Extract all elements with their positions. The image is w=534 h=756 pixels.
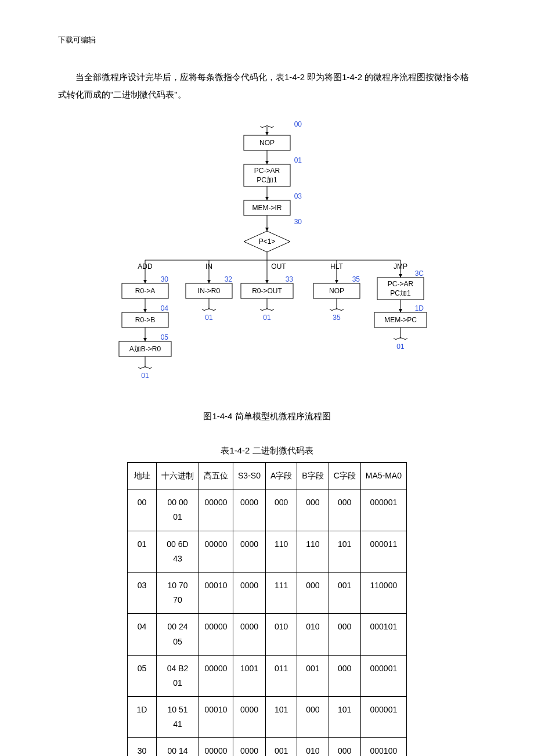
th-hex: 十六进制	[157, 463, 199, 489]
table-cell: 000100	[360, 738, 406, 756]
table-cell: 110	[265, 531, 297, 572]
table-cell: 000	[329, 738, 360, 756]
table-cell: 000101	[360, 614, 406, 655]
table-cell: 010	[297, 614, 329, 655]
microcode-table: 地址 十六进制 高五位 S3-S0 A字段 B字段 C字段 MA5-MA0 00…	[127, 462, 407, 756]
node-pcar1-l2: PC加1	[257, 176, 277, 184]
node-p1: P<1>	[259, 237, 276, 246]
table-cell: 00000	[199, 738, 233, 756]
table-row: 0310 7070000100000111000001110000	[128, 572, 407, 613]
header-note: 下载可编辑	[58, 35, 476, 45]
table-cell: 10 5141	[157, 697, 199, 738]
th-high5: 高五位	[199, 463, 233, 489]
table-cell: 000001	[360, 697, 406, 738]
table-cell: 000001	[360, 489, 406, 531]
node-mempc: MEM->PC	[384, 316, 417, 324]
table-cell: 00000	[199, 489, 233, 531]
addr-00: 00	[294, 121, 302, 128]
table-cell: 04	[128, 614, 157, 655]
table-cell: 0000	[233, 572, 266, 613]
node-memir: MEM->IR	[252, 204, 282, 212]
node-r0b: R0->B	[135, 316, 155, 324]
table-cell: 00 6D43	[157, 531, 199, 572]
table-cell: 00010	[199, 697, 233, 738]
table-cell: 01	[128, 531, 157, 572]
next-01-in: 01	[205, 314, 213, 322]
table-cell: 000001	[360, 655, 406, 696]
table-cell: 00000	[199, 614, 233, 655]
body-text: 当全部微程序设计完毕后，应将每条微指令代码化，表1-4-2 即为将图1-4-2 …	[58, 69, 476, 103]
node-pcar2-l1: PC->AR	[388, 280, 414, 288]
table-row: 0504 B201000001001011001000000001	[128, 655, 407, 696]
addr-3c: 3C	[415, 269, 424, 278]
table-cell: 110	[297, 531, 329, 572]
table-row: 0100 6D43000000000110110101000011	[128, 531, 407, 572]
table-cell: 00 14	[157, 738, 199, 756]
addr-32: 32	[225, 275, 233, 283]
flowchart-container: 00 NOP 01 PC->AR PC加1 03 MEM->IR 30 P<1>…	[58, 121, 476, 405]
table-cell: 110000	[360, 572, 406, 613]
table-row: 1D10 5141000100000101000101000001	[128, 697, 407, 738]
table-cell: 001	[297, 655, 329, 696]
table-cell: 10 7070	[157, 572, 199, 613]
th-a: A字段	[265, 463, 297, 489]
table-cell: 1D	[128, 697, 157, 738]
table-cell: 000	[297, 489, 329, 531]
table-cell: 0000	[233, 697, 266, 738]
addr-05: 05	[161, 333, 169, 341]
node-nop: NOP	[259, 139, 275, 147]
table-cell: 00 0001	[157, 489, 199, 531]
table-cell: 00	[128, 489, 157, 531]
th-s3s0: S3-S0	[233, 463, 266, 489]
node-r0a: R0->A	[135, 287, 155, 295]
table-cell: 000	[265, 489, 297, 531]
table-cell: 101	[329, 531, 360, 572]
next-01-add: 01	[141, 372, 149, 380]
table-cell: 1001	[233, 655, 266, 696]
table-cell: 30	[128, 738, 157, 756]
addr-30a: 30	[161, 275, 169, 283]
figure-caption: 图1-4-4 简单模型机微程序流程图	[58, 411, 476, 422]
table-cell: 011	[265, 655, 297, 696]
table-cell: 000	[329, 489, 360, 531]
table-cell: 101	[265, 697, 297, 738]
table-row: 0000 0001000000000000000000000001	[128, 489, 407, 531]
table-cell: 000	[297, 572, 329, 613]
th-addr: 地址	[128, 463, 157, 489]
table-cell: 010	[297, 738, 329, 756]
node-pcar1-l1: PC->AR	[254, 167, 280, 175]
node-abr0: A加B->R0	[129, 345, 161, 353]
node-inr0: IN->R0	[198, 287, 221, 295]
addr-01: 01	[294, 156, 302, 164]
node-pcar2-l2: PC加1	[390, 289, 411, 297]
table-cell: 0000	[233, 489, 266, 531]
table-cell: 00010	[199, 572, 233, 613]
table-cell: 0000	[233, 531, 266, 572]
table-row: 0400 2405000000000010010000000101	[128, 614, 407, 655]
table-cell: 0000	[233, 738, 266, 756]
node-nop35: NOP	[329, 287, 344, 295]
table-cell: 001	[265, 738, 297, 756]
table-header-row: 地址 十六进制 高五位 S3-S0 A字段 B字段 C字段 MA5-MA0	[128, 463, 407, 489]
next-35-hlt: 35	[333, 314, 341, 322]
addr-35: 35	[352, 275, 360, 283]
table-cell: 001	[329, 572, 360, 613]
head-out: OUT	[271, 262, 286, 271]
table-cell: 000	[297, 697, 329, 738]
th-b: B字段	[297, 463, 329, 489]
table-cell: 04 B201	[157, 655, 199, 696]
table-cell: 010	[265, 614, 297, 655]
flowchart-svg: 00 NOP 01 PC->AR PC加1 03 MEM->IR 30 P<1>…	[87, 121, 447, 405]
table-cell: 00000	[199, 531, 233, 572]
node-r0out: R0->OUT	[252, 287, 282, 295]
table-cell: 111	[265, 572, 297, 613]
table-cell: 101	[329, 697, 360, 738]
table-cell: 00 2405	[157, 614, 199, 655]
next-01-out: 01	[263, 314, 271, 322]
table-cell: 05	[128, 655, 157, 696]
th-ma: MA5-MA0	[360, 463, 406, 489]
table-cell: 000	[329, 655, 360, 696]
table-cell: 00000	[199, 655, 233, 696]
addr-03: 03	[294, 192, 302, 200]
table-cell: 000	[329, 614, 360, 655]
